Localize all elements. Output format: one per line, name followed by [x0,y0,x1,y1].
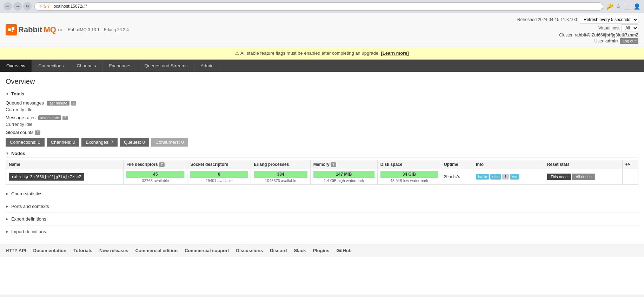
message-rates-badge[interactable]: last minute [38,115,61,120]
footer-discord[interactable]: Discord [270,248,287,253]
tag-rss[interactable]: rss [510,174,519,180]
address-bar[interactable]: 不安全 localhost:15672/#/ [34,2,603,11]
nav-admin[interactable]: Admin [194,60,220,72]
extra-cell [622,169,638,185]
refresh-button[interactable]: ↻ [23,2,32,11]
message-rates-row: Message rates last minute ? [6,115,638,120]
global-counts-row: Global counts ? [6,130,638,135]
totals-header[interactable]: ▼ Totals [6,90,638,98]
col-uptime: Uptime [441,160,473,169]
file-desc-help[interactable]: ? [159,162,165,167]
footer-plugins[interactable]: Plugins [313,248,330,253]
disk-bar: 34 GiB [380,171,438,178]
connections-count-btn[interactable]: Connections: 0 [6,138,45,147]
refresh-select[interactable]: Refresh every 5 seconds [580,16,638,23]
star-icon[interactable]: ☆ [616,3,621,10]
churn-statistics-section[interactable]: ► Churn statistics [6,188,638,200]
queued-messages-value: Currently idle [6,107,33,112]
footer-commercial-edition[interactable]: Commercial edition [135,248,178,253]
queued-messages-badge[interactable]: last minute [47,101,69,106]
col-memory: Memory ? [310,160,377,169]
upgrade-banner: ⚠ All stable feature flags must be enabl… [0,47,644,60]
logo-tm: TM [58,28,62,32]
extension-icon: ⬜ [624,3,631,10]
nav-queues-streams[interactable]: Queues and Streams [138,60,194,72]
node-name-cell: rabbit@iZuf660jbffjg3lujk7znmZ [6,169,124,185]
back-button[interactable]: ← [4,2,12,11]
export-definitions-section[interactable]: ► Export definitions [6,213,638,225]
col-socket-desc: Socket descriptors [187,160,251,169]
footer-tutorials[interactable]: Tutorials [73,248,92,253]
table-row: rabbit@iZuf660jbffjg3lujk7znmZ 45 32768 … [6,169,638,185]
banner-learn-more-link[interactable]: [Learn more] [381,50,409,56]
logo: RabbitMQTM [6,24,62,35]
erlang-proc-cell: 384 1048576 available [251,169,310,185]
nodes-table: Name File descriptors ? Socket descripto… [6,160,638,185]
address-text: localhost:15672/#/ [53,4,87,9]
refresh-row: Refreshed 2024-04-15 11:37:00 Refresh ev… [517,16,638,23]
forward-button[interactable]: → [13,2,22,11]
logo-mq-text: MQ [44,25,56,34]
memory-help[interactable]: ? [331,162,336,167]
col-disk: Disk space [377,160,441,169]
tag-basic[interactable]: basic [476,174,489,180]
global-counts-label: Global counts [6,130,34,135]
footer-documentation[interactable]: Documentation [33,248,67,253]
banner-icon: ⚠ [235,50,239,56]
info-tags: basic disc 1 rss [476,174,541,180]
nodes-collapse-arrow: ▼ [6,151,9,155]
footer-http-api[interactable]: HTTP API [6,248,26,253]
footer-new-releases[interactable]: New releases [99,248,128,253]
cluster-label: Cluster [559,33,572,38]
user-label: User [595,39,603,43]
erlang-proc-bar: 384 [254,171,307,178]
footer-discussions[interactable]: Discussions [236,248,263,253]
import-label: Import definitions [11,229,46,234]
nav-overview[interactable]: Overview [0,60,32,72]
this-node-button[interactable]: This node [547,174,571,180]
export-arrow: ► [6,217,9,221]
file-desc-sub: 32768 available [126,178,184,183]
header-right: Refreshed 2024-04-15 11:37:00 Refresh ev… [517,16,638,44]
col-plus-minus[interactable]: +/- [622,160,638,169]
nav-exchanges[interactable]: Exchanges [102,60,138,72]
totals-section: ▼ Totals Queued messages last minute ? C… [6,90,638,147]
footer-commercial-support[interactable]: Commercial support [185,248,229,253]
export-label: Export definitions [11,216,46,222]
footer: HTTP API Documentation Tutorials New rel… [0,244,644,257]
nodes-header[interactable]: ▼ Nodes [6,149,638,158]
message-rates-help[interactable]: ? [62,116,68,120]
nav-channels[interactable]: Channels [70,60,102,72]
cluster-row: Cluster rabbit@iZuf660jbffjg3lujk7znmZ [559,33,638,38]
logout-button[interactable]: Log out [620,38,638,44]
message-rates-label: Message rates [6,115,35,120]
global-counts-help[interactable]: ? [35,130,40,135]
virtual-host-select[interactable]: All [622,24,638,32]
queued-messages-help[interactable]: ? [71,101,77,106]
erlang-proc-sub: 1048576 available [254,178,307,183]
main-content: Overview ▼ Totals Queued messages last m… [0,72,644,244]
ports-title: ► Ports and contexts [6,204,638,209]
tag-disc[interactable]: disc [490,174,502,180]
file-desc-cell: 45 32768 available [124,169,187,185]
ports-arrow: ► [6,204,9,208]
footer-github[interactable]: GitHub [336,248,351,253]
exchanges-count-btn[interactable]: Exchanges: 7 [81,138,118,147]
nav-buttons: ← → ↻ [4,2,32,11]
ports-contexts-section[interactable]: ► Ports and contexts [6,200,638,213]
profile-icon[interactable]: 👤 [633,3,640,10]
svg-rect-0 [8,28,11,31]
import-definitions-section[interactable]: ► Import definitions [6,225,638,238]
page-title: Overview [6,77,638,86]
nav-connections[interactable]: Connections [32,60,70,72]
footer-slack[interactable]: Slack [294,248,306,253]
col-reset-stats: Reset stats [544,160,622,169]
all-nodes-button[interactable]: All nodes [572,174,595,180]
col-erlang-proc: Erlang processes [251,160,310,169]
socket-desc-bar: 0 [190,171,248,178]
queued-messages-row: Queued messages last minute ? [6,100,638,106]
consumers-count-btn[interactable]: Consumers: 0 [151,138,188,147]
channels-count-btn[interactable]: Channels: 0 [47,138,79,147]
nodes-label: Nodes [11,151,25,156]
queues-count-btn[interactable]: Queues: 0 [120,138,149,147]
